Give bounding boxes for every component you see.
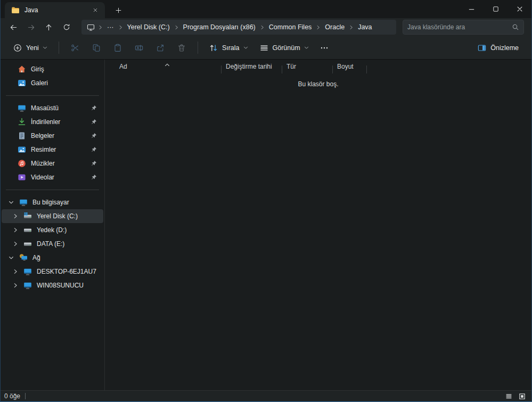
sidebar-item-home[interactable]: Giriş: [2, 62, 103, 76]
close-button[interactable]: [508, 0, 531, 18]
sidebar-item-label: Bu bilgisayar: [32, 199, 69, 206]
sidebar-item-music[interactable]: Müzikler: [2, 157, 103, 170]
forward-button[interactable]: [22, 19, 40, 35]
chevron-right-icon[interactable]: [12, 227, 19, 233]
search-input[interactable]: [407, 23, 512, 31]
sidebar-item-label: Videolar: [31, 174, 54, 181]
sidebar-item-videos[interactable]: Videolar: [2, 170, 103, 184]
navigation-pane: Giriş Galeri Masaüstü İndirilenler Belge…: [1, 60, 105, 390]
new-button-label: Yeni: [26, 44, 39, 52]
chevron-down-icon[interactable]: [8, 255, 14, 260]
preview-button[interactable]: Önizleme: [472, 39, 524, 56]
column-header-type[interactable]: Tür: [282, 63, 333, 70]
pin-icon: [91, 160, 97, 167]
view-lines-icon: [260, 44, 268, 52]
chevron-right-icon[interactable]: [12, 283, 19, 288]
status-bar: 0 öğe: [1, 390, 531, 401]
home-icon: [18, 65, 26, 73]
sort-button[interactable]: Sırala: [204, 39, 253, 56]
address-bar[interactable]: ··· Yerel Disk (C:) Program Dosyaları (x…: [81, 20, 396, 35]
downloads-icon: [18, 118, 26, 126]
view-toggle-group: [503, 392, 528, 401]
breadcrumb-separator-icon: [98, 25, 103, 30]
status-divider: [25, 393, 26, 399]
back-button[interactable]: [5, 19, 22, 35]
sidebar-item-local-disk-c[interactable]: Yerel Disk (C:): [2, 209, 103, 223]
column-header-label: Tür: [287, 63, 296, 70]
delete-button[interactable]: [171, 39, 192, 56]
chevron-down-icon: [43, 45, 47, 50]
breadcrumb-overflow-button[interactable]: ···: [103, 22, 118, 32]
details-view-button[interactable]: [503, 392, 514, 401]
sidebar-item-label: Müzikler: [31, 160, 55, 167]
chevron-right-icon[interactable]: [12, 269, 19, 274]
pin-icon: [91, 105, 97, 111]
sidebar-item-label: Masaüstü: [31, 104, 59, 112]
sidebar-item-documents[interactable]: Belgeler: [2, 129, 103, 143]
column-header-date-modified[interactable]: Değiştirme tarihi: [222, 63, 282, 70]
maximize-button[interactable]: [484, 0, 508, 18]
paste-button[interactable]: [108, 39, 128, 56]
view-button[interactable]: Görünüm: [255, 39, 314, 56]
search-box: [403, 20, 524, 35]
new-button[interactable]: Yeni: [8, 39, 53, 56]
refresh-button[interactable]: [58, 19, 75, 35]
large-icons-view-button[interactable]: [516, 392, 528, 401]
sidebar-item-win08sunucu[interactable]: WIN08SUNUCU: [2, 278, 103, 292]
sidebar-item-yedek-d[interactable]: Yedek (D:): [2, 223, 103, 237]
breadcrumb-program-dosyalari[interactable]: Program Dosyaları (x86): [179, 22, 259, 32]
sort-button-label: Sırala: [222, 44, 240, 52]
chevron-down-icon[interactable]: [8, 200, 14, 205]
breadcrumb-separator-icon: [349, 25, 354, 30]
more-options-button[interactable]: [315, 39, 333, 56]
sidebar-item-network[interactable]: Ağ: [2, 251, 103, 265]
desktop-icon: [18, 104, 26, 112]
sidebar-item-data-e[interactable]: DATA (E:): [2, 237, 103, 251]
sidebar-item-label: WIN08SUNUCU: [37, 282, 84, 289]
chevron-right-icon[interactable]: [12, 241, 19, 247]
chevron-right-icon[interactable]: [12, 214, 19, 219]
copy-button[interactable]: [86, 39, 107, 56]
tab-title: Java: [24, 6, 38, 14]
drive-icon: [23, 240, 32, 248]
tab-close-button[interactable]: [89, 4, 102, 16]
sidebar-item-downloads[interactable]: İndirilenler: [2, 115, 103, 129]
breadcrumb-yerel-disk[interactable]: Yerel Disk (C:): [124, 22, 174, 32]
sort-ascending-icon: [165, 62, 170, 68]
cut-button[interactable]: [65, 39, 85, 56]
minimize-button[interactable]: [460, 0, 484, 18]
sidebar-item-label: Galeri: [31, 79, 48, 87]
navigation-bar: ··· Yerel Disk (C:) Program Dosyaları (x…: [1, 18, 531, 36]
sidebar-item-desktop-6ej1au7[interactable]: DESKTOP-6EJ1AU7: [2, 265, 103, 278]
sidebar-item-gallery[interactable]: Galeri: [2, 76, 103, 90]
breadcrumb-oracle[interactable]: Oracle: [321, 22, 348, 32]
sidebar-item-this-pc[interactable]: Bu bilgisayar: [2, 195, 103, 209]
chevron-down-icon: [243, 45, 248, 50]
sidebar-item-label: DATA (E:): [37, 240, 64, 248]
share-button[interactable]: [150, 39, 170, 56]
column-header-name[interactable]: Ad: [105, 63, 222, 70]
toolbar-divider: [198, 42, 198, 54]
drive-icon: [23, 226, 32, 234]
breadcrumb-separator-icon: [316, 25, 321, 30]
chevron-down-icon: [304, 45, 309, 50]
sidebar-item-label: Belgeler: [31, 132, 54, 140]
sort-arrows-icon: [209, 44, 218, 52]
breadcrumb-common-files[interactable]: Common Files: [265, 22, 316, 32]
pin-icon: [91, 119, 97, 125]
rename-button[interactable]: [129, 39, 149, 56]
breadcrumb-separator-icon: [118, 25, 123, 30]
computer-icon: [23, 281, 32, 290]
sidebar-item-desktop[interactable]: Masaüstü: [2, 101, 103, 115]
preview-pane-icon: [478, 44, 486, 52]
sidebar-item-pictures[interactable]: Resimler: [2, 143, 103, 157]
titlebar: Java: [1, 0, 531, 18]
up-button[interactable]: [40, 19, 58, 35]
column-header-size[interactable]: Boyut: [333, 63, 367, 70]
command-toolbar: Yeni Sırala Görünüm Önizleme: [1, 36, 531, 60]
breadcrumb-java[interactable]: Java: [354, 22, 375, 32]
new-tab-button[interactable]: [111, 3, 125, 17]
documents-icon: [18, 132, 26, 140]
column-header-label: Değiştirme tarihi: [226, 63, 272, 70]
tab-java[interactable]: Java: [5, 2, 105, 18]
